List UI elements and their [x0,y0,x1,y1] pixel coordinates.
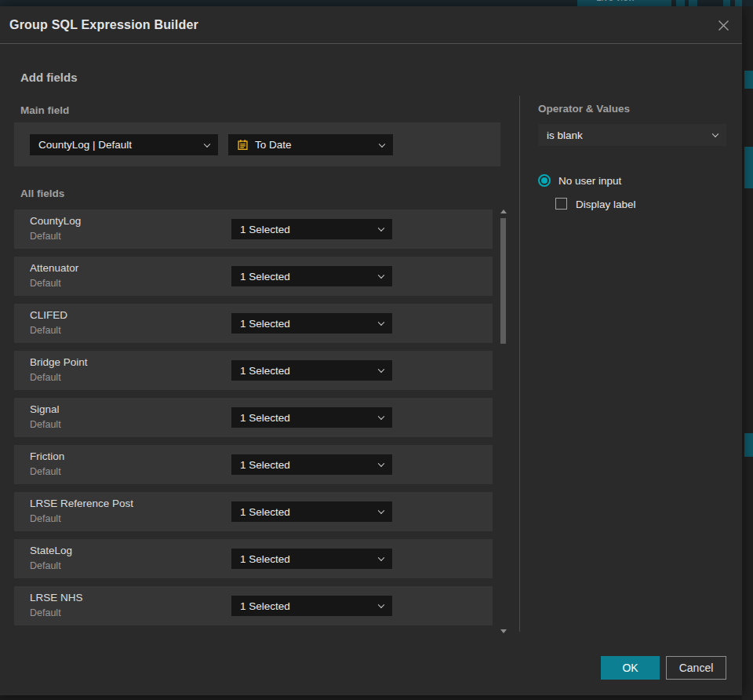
field-row: Attenuator Default 1 Selected [14,257,493,296]
background-panel-fragment [744,71,753,89]
chevron-down-icon [378,602,384,608]
main-field-dropdown[interactable]: CountyLog | Default [30,134,218,155]
field-selected-dropdown[interactable]: 1 Selected [231,313,392,334]
field-selected-dropdown[interactable]: 1 Selected [231,266,392,286]
chevron-down-icon [378,414,384,420]
scrollbar-thumb[interactable] [500,218,506,344]
field-selected-dropdown[interactable]: 1 Selected [231,501,392,522]
field-type-dropdown[interactable]: To Date [228,134,393,155]
chevron-down-icon [378,555,384,561]
calendar-date-icon [237,139,249,151]
background-app-right-strip [742,6,753,700]
chevron-down-icon [378,366,384,373]
field-subtitle: Default [30,325,61,336]
background-panel-fragment [744,433,753,457]
selected-count-label: 1 Selected [240,365,290,377]
main-field-panel: CountyLog | Default To Date [14,122,500,166]
field-subtitle: Default [30,419,61,430]
field-row: LRSE Reference Post Default 1 Selected [14,492,493,531]
cancel-button[interactable]: Cancel [666,656,726,680]
selected-count-label: 1 Selected [240,318,290,330]
field-selected-dropdown[interactable]: 1 Selected [231,454,392,475]
field-name: LRSE Reference Post [30,498,133,509]
field-name: CLIFED [30,309,67,321]
field-row: LRSE NHS Default 1 Selected [14,586,493,625]
field-subtitle: Default [30,231,61,242]
field-selected-dropdown[interactable]: 1 Selected [231,549,392,569]
field-subtitle: Default [30,278,61,289]
live-view-label: Live view [596,0,635,3]
chevron-down-icon [712,131,718,137]
selected-count-label: 1 Selected [240,600,290,612]
background-toolbar-fragment [735,0,742,6]
no-user-input-radio[interactable] [538,174,551,187]
field-name: LRSE NHS [30,592,83,603]
field-selected-dropdown[interactable]: 1 Selected [231,360,392,381]
all-fields-list: CountyLog Default 1 Selected Attenuator … [14,210,493,633]
selected-count-label: 1 Selected [240,271,290,283]
panel-divider [519,96,520,632]
selected-count-label: 1 Selected [240,506,290,518]
chevron-down-icon [379,140,385,147]
field-subtitle: Default [30,560,61,571]
field-row: Signal Default 1 Selected [14,398,493,437]
background-toolbar-fragment [723,0,730,6]
chevron-down-icon [378,319,384,326]
display-label-checkbox[interactable] [555,198,567,210]
field-row: CLIFED Default 1 Selected [14,304,493,343]
background-toolbar-fragment [676,0,685,6]
field-subtitle: Default [30,607,61,618]
background-toolbar-fragment [689,0,697,6]
selected-count-label: 1 Selected [240,412,290,424]
background-panel-fragment [744,147,753,188]
operator-dropdown-value: is blank [547,129,583,141]
selected-count-label: 1 Selected [240,459,290,471]
field-name: StateLog [30,545,72,556]
page-root: Live view Group SQL Expression Builder A… [0,0,753,700]
scroll-down-icon[interactable] [500,629,507,633]
field-type-dropdown-value: To Date [255,139,292,151]
field-row: StateLog Default 1 Selected [14,539,493,578]
field-row: Friction Default 1 Selected [14,445,493,484]
field-row: CountyLog Default 1 Selected [14,210,493,249]
add-fields-heading: Add fields [20,71,78,84]
field-name: Attenuator [30,262,78,274]
field-name: CountyLog [30,215,81,227]
selected-count-label: 1 Selected [240,224,290,235]
main-field-dropdown-value: CountyLog | Default [38,139,132,151]
close-icon [717,19,730,32]
field-row: Bridge Point Default 1 Selected [14,351,493,390]
field-name: Signal [30,403,60,415]
chevron-down-icon [378,461,384,467]
field-subtitle: Default [30,372,61,383]
group-sql-expression-builder-dialog: Group SQL Expression Builder Add fields … [0,6,742,695]
ok-button[interactable]: OK [601,656,660,680]
close-button[interactable] [714,16,733,35]
dialog-title: Group SQL Expression Builder [9,18,198,32]
field-selected-dropdown[interactable]: 1 Selected [231,407,392,428]
field-name: Bridge Point [30,356,88,368]
chevron-down-icon [204,140,210,147]
field-subtitle: Default [30,513,61,524]
live-view-button[interactable]: Live view [577,0,671,6]
scroll-up-icon[interactable] [500,210,507,213]
field-selected-dropdown[interactable]: 1 Selected [231,219,392,239]
no-user-input-label: No user input [558,175,621,187]
display-label-label: Display label [576,199,636,210]
background-app-header-strip: Live view [0,0,753,6]
main-field-label: Main field [20,104,69,116]
chevron-down-icon [378,272,384,279]
operator-values-label: Operator & Values [538,103,630,115]
dialog-header: Group SQL Expression Builder [0,6,742,44]
field-name: Friction [30,450,64,462]
selected-count-label: 1 Selected [240,553,290,565]
field-subtitle: Default [30,466,61,477]
field-selected-dropdown[interactable]: 1 Selected [231,596,392,616]
list-scrollbar[interactable] [499,207,508,637]
background-app-bottom-strip [0,695,742,700]
operator-dropdown[interactable]: is blank [538,124,726,146]
chevron-down-icon [378,508,384,514]
all-fields-label: All fields [20,188,64,199]
chevron-down-icon [378,225,384,232]
